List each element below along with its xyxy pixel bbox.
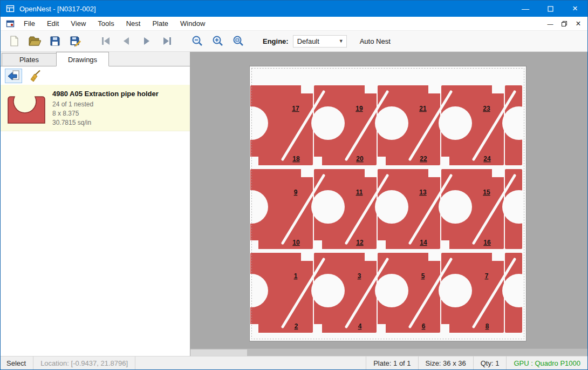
menu-file[interactable]: File [18, 17, 41, 30]
titlebar: OpenNest - [N0317-002] — × [1, 1, 587, 17]
svg-text:22: 22 [420, 155, 427, 163]
mdi-minimize-button[interactable]: — [543, 18, 557, 30]
dropdown-arrow-icon: ▼ [339, 38, 346, 44]
svg-text:18: 18 [292, 155, 300, 163]
plate[interactable]: 171819202122232491011121314151612345678 [249, 66, 527, 341]
svg-text:23: 23 [483, 105, 490, 112]
svg-text:24: 24 [483, 155, 491, 163]
svg-text:5: 5 [421, 272, 425, 280]
app-icon [6, 4, 15, 13]
save-edit-button[interactable] [66, 32, 85, 50]
drawings-list: 4980 A05 Extraction pipe holder 24 of 1 … [1, 85, 190, 356]
svg-text:13: 13 [419, 189, 427, 196]
svg-text:19: 19 [355, 105, 363, 112]
drawing-title: 4980 A05 Extraction pipe holder [52, 90, 190, 98]
zoom-in-button[interactable] [209, 32, 227, 50]
mdi-close-button[interactable]: × [571, 18, 585, 30]
first-icon [99, 35, 112, 48]
svg-text:8: 8 [486, 322, 489, 330]
save-button[interactable] [46, 32, 64, 50]
zoom-fit-icon [232, 35, 245, 48]
drawing-thumbnail [1, 91, 52, 125]
last-plate-button[interactable] [158, 32, 176, 50]
zoom-in-icon [211, 35, 224, 48]
auto-nest-button[interactable]: Auto Nest [360, 37, 391, 45]
svg-text:4: 4 [358, 322, 362, 330]
svg-text:7: 7 [485, 272, 489, 280]
menu-tools[interactable]: Tools [92, 17, 120, 30]
import-drawing-icon [7, 69, 20, 82]
status-plate: Plate: 1 of 1 [366, 359, 418, 367]
zoom-out-icon [191, 35, 204, 48]
drawing-area: 30.7815 sq/in [52, 118, 190, 127]
svg-text:14: 14 [420, 239, 427, 246]
status-qty: Qty: 1 [474, 359, 507, 367]
open-button[interactable] [25, 32, 44, 50]
save-edit-icon [69, 35, 82, 48]
main-area: Plates Drawings [1, 52, 587, 356]
svg-text:15: 15 [483, 189, 490, 196]
new-button[interactable] [5, 32, 23, 50]
svg-text:10: 10 [292, 239, 300, 246]
menu-view[interactable]: View [65, 17, 92, 30]
menu-window[interactable]: Window [174, 17, 211, 30]
import-drawing-button[interactable] [5, 69, 22, 83]
app-window: OpenNest - [N0317-002] — × File Edit Vie… [0, 0, 588, 370]
zoom-out-button[interactable] [188, 32, 207, 50]
horizontal-scrollbar[interactable] [190, 348, 587, 356]
svg-text:21: 21 [419, 105, 427, 112]
status-mode: Select [1, 359, 33, 367]
maximize-button[interactable] [538, 1, 563, 17]
previous-plate-button[interactable] [117, 32, 135, 50]
menu-nest[interactable]: Nest [120, 17, 147, 30]
save-icon [49, 35, 61, 48]
drawings-toolbar [1, 66, 190, 85]
svg-text:1: 1 [294, 272, 298, 280]
svg-text:17: 17 [292, 105, 299, 112]
svg-text:12: 12 [356, 239, 364, 246]
window-title: OpenNest - [N0317-002] [19, 5, 513, 13]
mdi-child-icon[interactable] [6, 19, 15, 28]
previous-icon [120, 35, 133, 48]
menu-edit[interactable]: Edit [41, 17, 65, 30]
maximize-icon [548, 6, 553, 12]
drawing-info: 4980 A05 Extraction pipe holder 24 of 1 … [52, 89, 190, 127]
drawing-list-item[interactable]: 4980 A05 Extraction pipe holder 24 of 1 … [1, 85, 190, 131]
engine-select[interactable]: Default ▼ [293, 35, 347, 48]
menu-bar: File Edit View Tools Nest Plate Window —… [1, 17, 587, 31]
new-file-icon [8, 35, 20, 48]
tab-plates[interactable]: Plates [2, 53, 57, 66]
status-location: Location: [-0.9437, 21.8796] [33, 359, 135, 367]
left-panel: Plates Drawings [1, 52, 190, 356]
svg-text:6: 6 [422, 322, 426, 330]
plate-svg: 171819202122232491011121314151612345678 [249, 66, 527, 341]
clear-drawings-button[interactable] [26, 69, 44, 83]
svg-text:9: 9 [294, 189, 298, 196]
drawing-nested-count: 24 of 1 nested [52, 100, 190, 109]
nest-canvas[interactable]: 171819202122232491011121314151612345678 [190, 52, 587, 356]
main-toolbar: Engine: Default ▼ Auto Nest [1, 31, 587, 52]
zoom-fit-button[interactable] [229, 32, 248, 50]
next-plate-button[interactable] [138, 32, 156, 50]
first-plate-button[interactable] [97, 32, 115, 50]
drawing-size: 8 x 8.375 [52, 109, 190, 118]
status-bar: Select Location: [-0.9437, 21.8796] Plat… [1, 356, 587, 369]
mdi-restore-icon [561, 21, 568, 27]
menu-plate[interactable]: Plate [146, 17, 174, 30]
svg-text:2: 2 [295, 322, 298, 330]
tab-drawings[interactable]: Drawings [56, 52, 109, 66]
engine-value: Default [297, 37, 319, 45]
broom-icon [29, 69, 42, 82]
mdi-restore-button[interactable] [557, 18, 571, 30]
engine-label: Engine: [263, 37, 289, 45]
minimize-button[interactable]: — [513, 1, 538, 17]
svg-text:3: 3 [358, 272, 361, 280]
horizontal-scrollbar-thumb[interactable] [190, 349, 247, 356]
close-button[interactable]: × [563, 1, 587, 17]
open-folder-icon [28, 35, 41, 48]
next-icon [140, 35, 153, 48]
svg-text:16: 16 [483, 239, 491, 246]
svg-text:20: 20 [356, 155, 364, 163]
status-gpu: GPU : Quadro P1000 [507, 359, 587, 367]
status-separator [135, 356, 135, 369]
